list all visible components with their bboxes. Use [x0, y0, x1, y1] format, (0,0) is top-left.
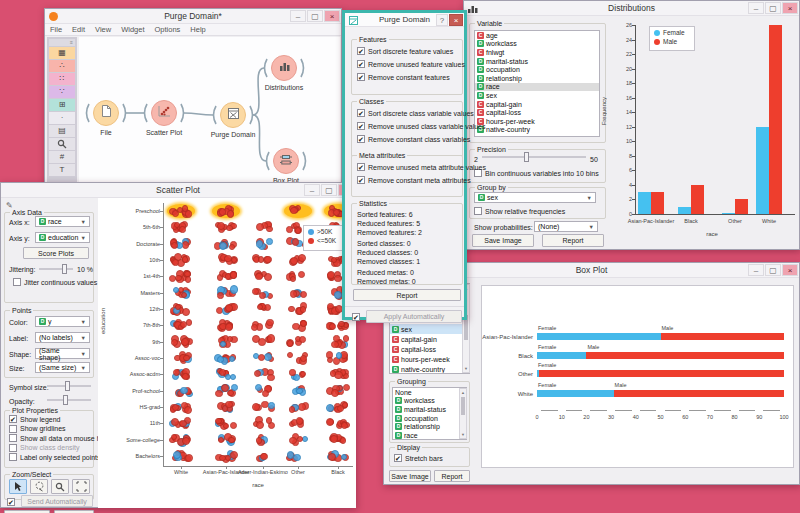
zoom-select-pan-button[interactable] — [72, 479, 90, 494]
checkbox[interactable]: ✔ — [357, 163, 365, 171]
list-item-capital-gain[interactable]: Ccapital-gain — [390, 334, 469, 344]
box-plot-chart[interactable]: Asian-Pac-IslanderFemaleMaleBlackFemaleM… — [481, 285, 794, 468]
list-item-workclass[interactable]: Dworkclass — [475, 40, 599, 49]
tree-widget-icon[interactable]: ∷ — [49, 73, 75, 85]
cluster-widget-icon[interactable]: ∵ — [49, 86, 75, 98]
checkbox[interactable]: ✔ — [357, 47, 365, 55]
checkbox[interactable] — [9, 444, 17, 452]
workflow-link[interactable] — [253, 115, 266, 161]
scroll-down-icon[interactable]: ▼ — [460, 432, 466, 437]
checkbox[interactable]: ✔ — [357, 60, 365, 68]
zoom-select-lasso-button[interactable] — [30, 479, 48, 494]
close-button[interactable]: × — [782, 2, 798, 14]
precision-slider[interactable] — [482, 152, 586, 162]
list-item-native-country[interactable]: Dnative-country — [390, 364, 469, 374]
distributions-chart[interactable]: 02468101214161820222426FrequencyAsian-Pa… — [607, 17, 799, 249]
purge-option-checkbox[interactable]: ✔Remove constant class variables — [357, 135, 470, 143]
list-item-marital-status[interactable]: Dmarital-status — [475, 57, 599, 66]
list-item-hours-per-week[interactable]: Chours-per-week — [390, 354, 469, 364]
checkbox[interactable] — [9, 425, 17, 433]
list-item-fnlwgt[interactable]: Cfnlwgt — [475, 48, 599, 57]
node-distributions[interactable] — [271, 55, 297, 81]
maximize-button[interactable]: ▢ — [321, 184, 337, 196]
slider-handle[interactable] — [62, 264, 67, 274]
menu-options[interactable]: Options — [150, 25, 186, 34]
list-item-hours-per-week[interactable]: Chours-per-week — [475, 117, 599, 126]
toolbox-header[interactable]: ≡ — [49, 39, 75, 46]
close-button[interactable]: × — [449, 14, 463, 26]
text-tool-icon[interactable]: T — [49, 164, 75, 176]
zoom-select-magnifier-button[interactable] — [51, 479, 69, 494]
apply-automatically-checkbox[interactable]: ✔ — [352, 313, 363, 321]
slider-handle[interactable] — [63, 395, 68, 405]
prop-checkbox-4[interactable]: Label only selected points — [9, 453, 101, 461]
workflow-link[interactable] — [253, 68, 264, 115]
apply-automatically-button[interactable]: Apply Automatically — [366, 310, 462, 323]
list-item-native-country[interactable]: Dnative-country — [475, 126, 599, 135]
menu-view[interactable]: View — [90, 25, 116, 34]
jitter-continuous-checkbox[interactable]: Jitter continuous values — [13, 278, 97, 286]
purge-option-checkbox[interactable]: ✔Remove unused class variable values — [357, 122, 486, 130]
checkbox[interactable]: ✔ — [9, 415, 17, 423]
send-automatically-button[interactable]: Send Automatically — [21, 495, 93, 507]
scrollbar[interactable]: ▲▼ — [459, 388, 467, 439]
node-file[interactable] — [93, 100, 119, 126]
list-item-capital-gain[interactable]: Ccapital-gain — [475, 100, 599, 109]
maximize-button[interactable]: ▢ — [307, 10, 323, 22]
report-button[interactable]: Report — [542, 234, 604, 247]
scatter-plot-area[interactable]: Preschool5th-6thDoctorate10th1st-4thMast… — [98, 198, 356, 508]
purge-option-checkbox[interactable]: ✔Remove unused feature values — [357, 60, 465, 68]
report-button[interactable]: Report — [353, 289, 461, 301]
shape-dropdown[interactable]: (Same shape)▼ — [35, 348, 90, 359]
list-item-sex[interactable]: Dsex — [390, 324, 469, 334]
list-item-None[interactable]: None — [393, 388, 466, 397]
checkbox[interactable]: ✔ — [352, 313, 360, 321]
checkbox[interactable]: ✔ — [7, 498, 15, 506]
save-image-button[interactable]: Save Image — [472, 234, 534, 247]
slider-handle[interactable] — [524, 152, 529, 162]
grid-number-icon[interactable]: # — [49, 151, 75, 163]
size-dropdown[interactable]: (Same size)▼ — [35, 362, 90, 373]
axis-y-dropdown[interactable]: Deducation▼ — [35, 232, 90, 243]
scatter-widget-icon[interactable]: ∴ — [49, 60, 75, 72]
close-button[interactable]: × — [782, 264, 798, 276]
save-image-button[interactable]: Save Image — [389, 470, 431, 482]
list-item-age[interactable]: Cage — [475, 31, 599, 40]
axis-x-dropdown[interactable]: Drace▼ — [35, 216, 90, 227]
purge-option-checkbox[interactable]: ✔Remove constant meta attributes — [357, 176, 471, 184]
checkbox[interactable]: ✔ — [357, 176, 365, 184]
misc-widget-icon[interactable]: · — [49, 112, 75, 124]
checkbox[interactable]: ✔ — [357, 73, 365, 81]
node-purge-domain[interactable] — [220, 102, 246, 128]
list-item-workclass[interactable]: Dworkclass — [393, 397, 466, 406]
minimize-button[interactable]: – — [304, 184, 320, 196]
workflow-link[interactable] — [184, 113, 213, 115]
list-item-relationship[interactable]: Drelationship — [475, 74, 599, 83]
opacity-slider[interactable] — [47, 395, 91, 405]
prop-checkbox-3[interactable]: Show class density — [9, 444, 80, 452]
label-dropdown[interactable]: (No labels)▼ — [35, 332, 90, 343]
report-button[interactable]: Report — [434, 470, 470, 482]
checkbox[interactable]: ✔ — [394, 454, 402, 462]
list-item-relationship[interactable]: Drelationship — [393, 422, 466, 431]
checkbox[interactable]: ✔ — [357, 135, 365, 143]
menu-widget[interactable]: Widget — [116, 25, 149, 34]
menu-edit[interactable]: Edit — [67, 25, 90, 34]
group-by-dropdown[interactable]: Dsex▼ — [474, 192, 596, 203]
node-box-plot[interactable] — [273, 148, 299, 174]
checkbox[interactable]: ✔ — [357, 122, 365, 130]
search-icon[interactable] — [49, 138, 75, 150]
node-scatter-plot[interactable] — [151, 100, 177, 126]
list-item-race[interactable]: Drace — [393, 431, 466, 440]
purge-option-checkbox[interactable]: ✔Sort discrete class variable values — [357, 109, 474, 117]
jittering-slider[interactable] — [39, 264, 73, 274]
menu-file[interactable]: File — [45, 25, 67, 34]
stretch-bars-checkbox[interactable]: ✔Stretch bars — [394, 454, 443, 462]
checkbox[interactable] — [9, 453, 17, 461]
list-item-capital-loss[interactable]: Ccapital-loss — [390, 344, 469, 354]
menu-help[interactable]: Help — [185, 25, 210, 34]
list-item-sex[interactable]: Dsex — [475, 91, 599, 100]
list-item-marital-status[interactable]: Dmarital-status — [393, 405, 466, 414]
color-dropdown[interactable]: Dy▼ — [35, 316, 90, 327]
relative-frequencies-checkbox[interactable]: Show relative frequencies — [474, 207, 565, 215]
